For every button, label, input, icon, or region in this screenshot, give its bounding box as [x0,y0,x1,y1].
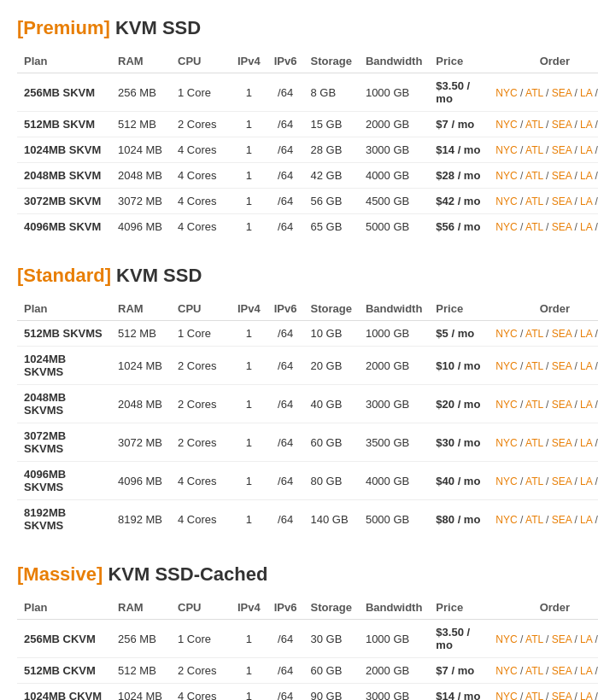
order-links[interactable]: NYC / ATL / SEA / LA / NL [495,633,598,645]
order-links[interactable]: NYC / ATL / SEA / LA / NL [495,87,598,99]
order-link-sea[interactable]: SEA [552,328,572,340]
order-link-nyc[interactable]: NYC [495,87,517,99]
order-link-atl[interactable]: ATL [525,360,543,372]
order-link-atl[interactable]: ATL [525,437,543,449]
order-links[interactable]: NYC / ATL / SEA / LA / NL [495,475,598,487]
cell-ipv6: /64 [267,163,304,189]
order-link-sea[interactable]: SEA [552,119,572,131]
order-link-sea[interactable]: SEA [552,633,572,645]
order-link-la[interactable]: LA [580,221,592,233]
order-link-nyc[interactable]: NYC [495,399,517,411]
header-ram: RAM [111,297,171,321]
order-link-sea[interactable]: SEA [552,514,572,526]
order-link-nyc[interactable]: NYC [495,221,517,233]
order-link-atl[interactable]: ATL [525,475,543,487]
order-link-la[interactable]: LA [580,87,592,99]
order-link-sea[interactable]: SEA [552,665,572,677]
cell-order[interactable]: NYC / ATL / SEA / LA / NL [489,462,598,500]
order-link-atl[interactable]: ATL [525,87,543,99]
cell-price: $5 / mo [429,321,489,347]
order-links[interactable]: NYC / ATL / SEA / LA / NL [495,691,598,700]
cell-order[interactable]: NYC / ATL / SEA / LA / NL [489,500,598,539]
order-link-nyc[interactable]: NYC [495,633,517,645]
order-link-la[interactable]: LA [580,691,592,700]
order-link-nyc[interactable]: NYC [495,475,517,487]
order-link-la[interactable]: LA [580,665,592,677]
order-separator: / [572,144,580,156]
order-link-sea[interactable]: SEA [552,437,572,449]
order-link-atl[interactable]: ATL [525,665,543,677]
order-link-la[interactable]: LA [580,328,592,340]
order-link-nyc[interactable]: NYC [495,119,517,131]
order-link-la[interactable]: LA [580,633,592,645]
order-link-atl[interactable]: ATL [525,195,543,207]
cell-order[interactable]: NYC / ATL / SEA / LA / NL [489,214,598,240]
cell-order[interactable]: NYC / ATL / SEA / LA / NL [489,189,598,214]
order-link-sea[interactable]: SEA [552,360,572,372]
order-link-atl[interactable]: ATL [525,119,543,131]
order-link-atl[interactable]: ATL [525,144,543,156]
order-link-la[interactable]: LA [580,437,592,449]
cell-order[interactable]: NYC / ATL / SEA / LA / NL [489,423,598,462]
cell-order[interactable]: NYC / ATL / SEA / LA / NL [489,620,598,658]
order-link-sea[interactable]: SEA [552,691,572,700]
cell-order[interactable]: NYC / ATL / SEA / LA / NL [489,385,598,423]
order-link-nyc[interactable]: NYC [495,437,517,449]
order-links[interactable]: NYC / ATL / SEA / LA / NL [495,328,598,340]
cell-bandwidth: 3000 GB [359,137,429,163]
cell-order[interactable]: NYC / ATL / SEA / LA / NL [489,321,598,347]
order-links[interactable]: NYC / ATL / SEA / LA / NL [495,195,598,207]
order-link-sea[interactable]: SEA [552,221,572,233]
order-separator: / [543,195,552,207]
order-links[interactable]: NYC / ATL / SEA / LA / NL [495,119,598,131]
order-links[interactable]: NYC / ATL / SEA / LA / NL [495,665,598,677]
cell-order[interactable]: NYC / ATL / SEA / LA / NL [489,658,598,684]
order-link-nyc[interactable]: NYC [495,691,517,700]
cell-order[interactable]: NYC / ATL / SEA / LA / NL [489,347,598,385]
order-link-la[interactable]: LA [580,399,592,411]
order-link-sea[interactable]: SEA [552,475,572,487]
order-link-sea[interactable]: SEA [552,195,572,207]
order-separator: / [572,221,580,233]
order-link-la[interactable]: LA [580,144,592,156]
order-link-sea[interactable]: SEA [552,170,572,182]
order-link-la[interactable]: LA [580,514,592,526]
order-links[interactable]: NYC / ATL / SEA / LA / NL [495,437,598,449]
order-link-nyc[interactable]: NYC [495,360,517,372]
cell-order[interactable]: NYC / ATL / SEA / LA / NL [489,163,598,189]
order-link-atl[interactable]: ATL [525,221,543,233]
order-links[interactable]: NYC / ATL / SEA / LA / NL [495,360,598,372]
order-link-atl[interactable]: ATL [525,399,543,411]
order-link-nyc[interactable]: NYC [495,195,517,207]
order-link-sea[interactable]: SEA [552,144,572,156]
order-link-la[interactable]: LA [580,170,592,182]
cell-price: $7 / mo [429,112,489,137]
order-links[interactable]: NYC / ATL / SEA / LA / NL [495,514,598,526]
cell-order[interactable]: NYC / ATL / SEA / LA / NL [489,112,598,137]
order-link-la[interactable]: LA [580,360,592,372]
header-cpu: CPU [171,50,231,73]
order-links[interactable]: NYC / ATL / SEA / LA / NL [495,170,598,182]
order-link-sea[interactable]: SEA [552,399,572,411]
cell-order[interactable]: NYC / ATL / SEA / LA / NL [489,73,598,112]
order-link-la[interactable]: LA [580,195,592,207]
cell-order[interactable]: NYC / ATL / SEA / LA / NL [489,684,598,701]
order-links[interactable]: NYC / ATL / SEA / LA / NL [495,144,598,156]
header-ram: RAM [111,596,171,620]
order-link-nyc[interactable]: NYC [495,144,517,156]
order-links[interactable]: NYC / ATL / SEA / LA / NL [495,221,598,233]
order-link-nyc[interactable]: NYC [495,514,517,526]
order-link-atl[interactable]: ATL [525,328,543,340]
order-link-la[interactable]: LA [580,119,592,131]
order-link-nyc[interactable]: NYC [495,328,517,340]
order-link-sea[interactable]: SEA [552,87,572,99]
cell-order[interactable]: NYC / ATL / SEA / LA / NL [489,137,598,163]
order-link-nyc[interactable]: NYC [495,665,517,677]
order-links[interactable]: NYC / ATL / SEA / LA / NL [495,399,598,411]
order-link-la[interactable]: LA [580,475,592,487]
order-link-atl[interactable]: ATL [525,691,543,700]
order-link-atl[interactable]: ATL [525,633,543,645]
order-link-nyc[interactable]: NYC [495,170,517,182]
order-link-atl[interactable]: ATL [525,514,543,526]
order-link-atl[interactable]: ATL [525,170,543,182]
